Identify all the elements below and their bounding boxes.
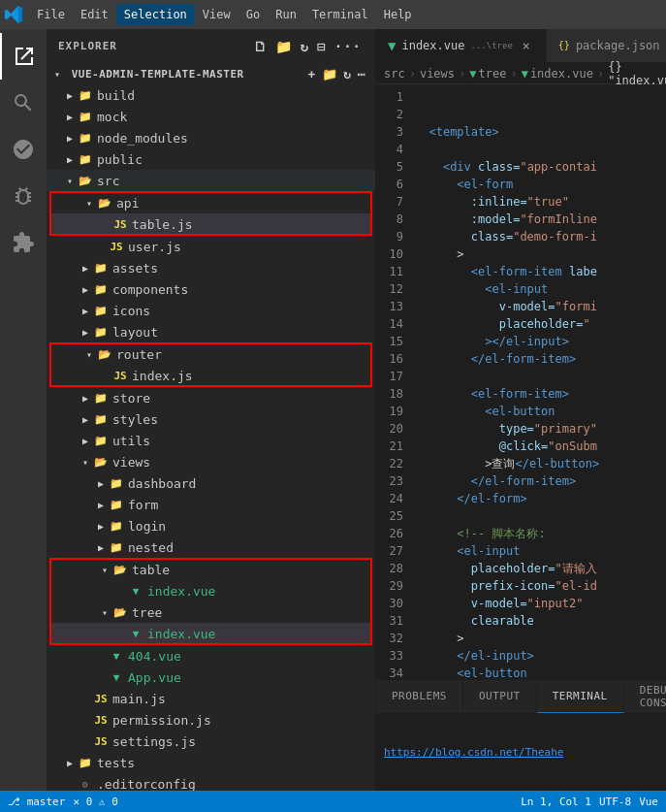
tree-item-form[interactable]: ▶ 📁 form xyxy=(47,494,375,515)
git-branch[interactable]: ⎇ master xyxy=(8,796,65,808)
panel-tab-output[interactable]: OUTPUT xyxy=(463,679,537,713)
menu-help[interactable]: Help xyxy=(376,4,420,25)
search-icon[interactable] xyxy=(0,80,47,126)
tab-package-json[interactable]: {} package.json × xyxy=(547,29,666,62)
folder-icon: 📁 xyxy=(93,281,109,297)
tree-item-table[interactable]: ▾ 📂 table xyxy=(50,559,371,580)
breadcrumb-index-vue[interactable]: ▼index.vue xyxy=(522,67,593,81)
error-count[interactable]: ✕ 0 ⚠ 0 xyxy=(73,796,117,808)
tree-item-permission-js[interactable]: JS permission.js xyxy=(47,709,375,731)
refresh-btn[interactable]: ↻ xyxy=(341,66,353,82)
add-folder-btn[interactable]: 📁 xyxy=(320,66,340,82)
tree-item-table-index-vue[interactable]: ▼ index.vue xyxy=(50,580,371,601)
tree-item-tree[interactable]: ▾ 📂 tree xyxy=(50,601,371,623)
tree-item-store[interactable]: ▶ 📁 store xyxy=(47,387,375,408)
explorer-icon[interactable] xyxy=(0,33,47,80)
more-icon[interactable]: ··· xyxy=(333,37,364,56)
tree-item-public[interactable]: ▶ 📁 public xyxy=(47,148,375,170)
new-file-icon[interactable]: 🗋 xyxy=(251,37,270,56)
folder-icon: 📁 xyxy=(93,411,109,427)
breadcrumb-views[interactable]: views xyxy=(420,67,455,81)
tree-item-src[interactable]: ▾ 📂 src xyxy=(47,170,375,191)
tree-label: node_modules xyxy=(97,131,375,146)
tree-item-user-js[interactable]: JS user.js xyxy=(47,236,375,257)
menu-terminal[interactable]: Terminal xyxy=(304,4,376,25)
encoding[interactable]: UTF-8 xyxy=(599,796,631,808)
tree-item-views[interactable]: ▾ 📂 views xyxy=(47,451,375,472)
line-col[interactable]: Ln 1, Col 1 xyxy=(521,796,591,808)
menu-file[interactable]: File xyxy=(29,4,73,25)
panel-tab-problems[interactable]: PROBLEMS xyxy=(376,679,463,713)
tree-label: App.vue xyxy=(128,670,375,685)
tree-item-assets[interactable]: ▶ 📁 assets xyxy=(47,257,375,278)
spacer xyxy=(62,776,78,791)
tree-item-editorconfig[interactable]: ⚙ .editorconfig xyxy=(47,773,375,791)
tree-item-dashboard[interactable]: ▶ 📁 dashboard xyxy=(47,472,375,494)
tree-item-icons[interactable]: ▶ 📁 icons xyxy=(47,300,375,321)
breadcrumb-src[interactable]: src xyxy=(384,67,405,81)
tree-item-tree-index-vue[interactable]: ▼ index.vue xyxy=(50,623,371,644)
breadcrumb-tree[interactable]: ▼tree xyxy=(469,67,506,81)
arrow-icon: ▶ xyxy=(78,324,93,340)
tree-item-tests[interactable]: ▶ 📁 tests xyxy=(47,752,375,773)
arrow-icon: ▶ xyxy=(93,518,109,534)
tree-item-router-index[interactable]: JS index.js xyxy=(50,365,371,386)
tab-close-btn[interactable]: × xyxy=(519,38,534,53)
menu-view[interactable]: View xyxy=(195,4,238,25)
panel-tab-debug[interactable]: DEBUG CONS xyxy=(624,679,666,713)
code-content[interactable]: <template> <div class="app-contai <el-fo… xyxy=(415,84,666,679)
tab-index-vue[interactable]: ▼ index.vue ...\tree × xyxy=(376,29,547,62)
tree-item-layout[interactable]: ▶ 📁 layout xyxy=(47,321,375,342)
menu-selection[interactable]: Selection xyxy=(116,4,195,25)
menu-edit[interactable]: Edit xyxy=(73,4,116,25)
status-bar: ⎇ master ✕ 0 ⚠ 0 Ln 1, Col 1 UTF-8 Vue xyxy=(0,791,666,812)
app-icon xyxy=(4,5,23,24)
tree-item-nested[interactable]: ▶ 📁 nested xyxy=(47,536,375,558)
folder-icon: 📁 xyxy=(78,755,93,770)
git-icon[interactable] xyxy=(0,126,47,173)
tree-item-table-js[interactable]: JS table.js xyxy=(50,213,371,235)
tree-item-components[interactable]: ▶ 📁 components xyxy=(47,278,375,300)
tree-item-styles[interactable]: ▶ 📁 styles xyxy=(47,408,375,430)
tree-label: index.vue xyxy=(147,584,371,599)
tree-item-settings-js[interactable]: JS settings.js xyxy=(47,731,375,752)
sidebar: EXPLORER 🗋 📁 ↻ ⊟ ··· ▾ VUE-ADMIN-TEMPLAT… xyxy=(47,29,376,791)
menu-run[interactable]: Run xyxy=(268,4,304,25)
language[interactable]: Vue xyxy=(639,796,658,808)
arrow-icon: ▶ xyxy=(93,539,109,555)
tree-item-app-vue[interactable]: ▼ App.vue xyxy=(47,666,375,688)
tree-label: assets xyxy=(112,261,375,276)
spacer xyxy=(78,691,93,706)
folder-icon: 📁 xyxy=(78,130,93,146)
debug-icon[interactable] xyxy=(0,173,47,219)
arrow-icon: ▶ xyxy=(78,303,93,318)
panel-tab-label: TERMINAL xyxy=(553,690,608,702)
tree-label: build xyxy=(97,88,375,103)
folder-icon: 📁 xyxy=(78,151,93,167)
folder-icon: 📂 xyxy=(97,346,112,362)
collapse-icon[interactable]: ⊟ xyxy=(315,37,328,56)
tree-item-build[interactable]: ▶ 📁 build xyxy=(47,84,375,106)
tree-item-404-vue[interactable]: ▼ 404.vue xyxy=(47,645,375,666)
tree-item-mock[interactable]: ▶ 📁 mock xyxy=(47,106,375,127)
refresh-icon[interactable]: ↻ xyxy=(299,37,311,56)
more-btn[interactable]: ⋯ xyxy=(356,66,367,82)
panel-tab-terminal[interactable]: TERMINAL xyxy=(537,679,624,713)
extensions-icon[interactable] xyxy=(0,219,47,266)
root-folder[interactable]: ▾ VUE-ADMIN-TEMPLATE-MASTER + 📁 ↻ ⋯ xyxy=(47,63,375,84)
tree-item-login[interactable]: ▶ 📁 login xyxy=(47,515,375,536)
new-folder-icon[interactable]: 📁 xyxy=(273,37,295,56)
tree-label: login xyxy=(128,519,375,534)
tree-label: table xyxy=(132,563,371,577)
tree-item-node-modules[interactable]: ▶ 📁 node_modules xyxy=(47,127,375,148)
tab-path: ...\tree xyxy=(470,41,512,50)
add-file-btn[interactable]: + xyxy=(306,66,318,82)
tree-item-router[interactable]: ▾ 📂 router xyxy=(50,343,371,365)
tree-item-utils[interactable]: ▶ 📁 utils xyxy=(47,430,375,451)
arrow-icon: ▾ xyxy=(81,195,97,211)
tree-item-main-js[interactable]: JS main.js xyxy=(47,688,375,709)
tree-item-api[interactable]: ▾ 📂 api xyxy=(50,192,371,213)
tree-label: settings.js xyxy=(112,734,375,749)
tree-label: 404.vue xyxy=(128,649,375,664)
menu-go[interactable]: Go xyxy=(238,4,268,25)
